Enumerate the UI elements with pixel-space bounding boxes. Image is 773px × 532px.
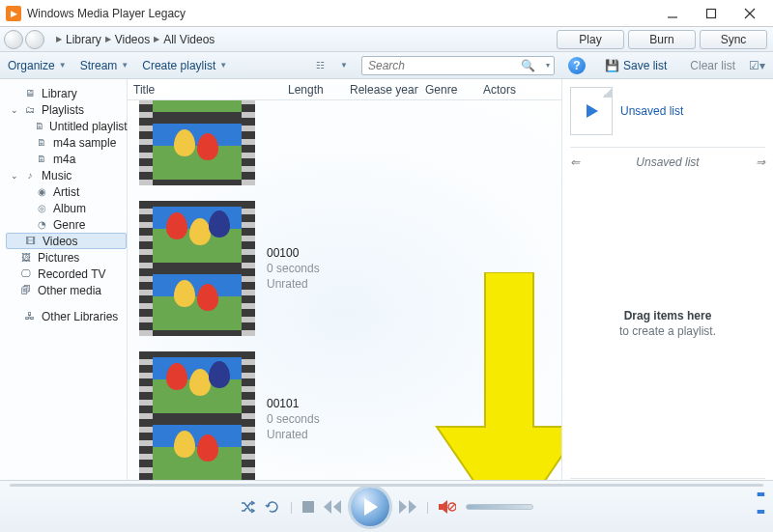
toolbar: Organize▼ Stream▼ Create playlist▼ ☷▼ 🔍 … — [0, 52, 773, 79]
sidebar-music-item[interactable]: ◎Album — [6, 200, 127, 216]
library-icon: 🖥 — [23, 87, 37, 100]
seek-bar[interactable] — [10, 484, 763, 487]
sidebar-item-recorded-tv[interactable]: 🖵Recorded TV — [6, 266, 127, 282]
col-release-year[interactable]: Release year — [350, 83, 425, 97]
view-options-icon[interactable]: ☷ — [313, 59, 327, 72]
playlist-prev-button[interactable]: ⇐ — [570, 155, 580, 169]
genre-icon: ◔ — [35, 218, 48, 232]
breadcrumb[interactable]: ▶ Library ▶ Videos ▶ All Videos — [48, 33, 551, 46]
sidebar-item-other-libraries[interactable]: 🖧Other Libraries — [6, 308, 127, 324]
list-item[interactable]: 00101 0 seconds Unrated — [128, 344, 561, 494]
breadcrumb-item[interactable]: All Videos — [163, 33, 215, 46]
window-title: Windows Media Player Legacy — [27, 7, 653, 20]
sidebar-item-label: Playlists — [42, 103, 84, 117]
main-area: 🖥Library ⌄🗂Playlists 🗎Untitled playlist … — [0, 79, 773, 504]
playlist-next-button[interactable]: ⇒ — [756, 155, 765, 169]
switch-view-button[interactable]: ▪▪▪▪ — [757, 486, 763, 520]
sidebar-item-label: Music — [42, 169, 72, 182]
svg-marker-9 — [364, 498, 378, 516]
chevron-down-icon[interactable]: ▾ — [546, 61, 550, 70]
collapse-icon[interactable]: ⌄ — [10, 171, 18, 181]
sidebar: 🖥Library ⌄🗂Playlists 🗎Untitled playlist … — [0, 79, 128, 504]
breadcrumb-item[interactable]: Videos — [115, 33, 150, 46]
volume-slider[interactable] — [466, 504, 533, 510]
create-playlist-button[interactable]: Create playlist▼ — [142, 59, 227, 72]
sidebar-item-playlists[interactable]: ⌄🗂Playlists — [6, 101, 127, 118]
save-icon: 💾 — [605, 59, 619, 72]
minimize-button[interactable] — [653, 2, 692, 25]
chevron-down-icon: ▼ — [121, 61, 129, 70]
playlist-icon: 🗎 — [35, 136, 48, 150]
clear-list-button[interactable]: Clear list — [690, 59, 735, 72]
sidebar-item-pictures[interactable]: 🖼Pictures — [6, 249, 127, 266]
search-field[interactable] — [366, 58, 511, 73]
chevron-right-icon: ▶ — [154, 35, 159, 43]
list-item[interactable]: 00100 0 seconds Unrated — [128, 193, 561, 344]
sidebar-item-label: m4a — [53, 153, 75, 166]
col-length[interactable]: Length — [288, 83, 350, 97]
svg-marker-7 — [324, 500, 331, 514]
nav-row: ▶ Library ▶ Videos ▶ All Videos Play Bur… — [0, 27, 773, 52]
save-list-button[interactable]: 💾Save list — [605, 59, 667, 72]
sidebar-playlist-item[interactable]: 🗎m4a sample — [6, 134, 127, 151]
pictures-icon: 🖼 — [19, 251, 33, 265]
col-genre[interactable]: Genre — [425, 83, 483, 97]
playlist-title-link[interactable]: Unsaved list — [620, 104, 683, 118]
playlists-icon: 🗂 — [23, 103, 37, 117]
breadcrumb-item[interactable]: Library — [66, 33, 101, 46]
stop-button[interactable] — [302, 501, 314, 513]
sidebar-item-library[interactable]: 🖥Library — [6, 85, 127, 101]
search-icon[interactable]: 🔍 — [521, 59, 535, 72]
svg-line-14 — [449, 504, 455, 510]
music-icon: ♪ — [23, 169, 37, 182]
sidebar-item-other-media[interactable]: 🗐Other media — [6, 282, 127, 298]
album-icon: ◎ — [35, 202, 48, 215]
svg-marker-5 — [587, 104, 598, 118]
repeat-button[interactable] — [265, 499, 280, 515]
playlist-drop-area[interactable]: Drag items here to create a playlist. — [570, 169, 765, 478]
previous-button[interactable] — [324, 500, 341, 514]
search-input[interactable]: 🔍 ▾ — [361, 56, 555, 75]
tab-burn[interactable]: Burn — [628, 30, 696, 49]
help-button[interactable]: ? — [568, 57, 586, 74]
pane-options-icon[interactable]: ☑▾ — [749, 59, 765, 72]
next-button[interactable] — [399, 500, 416, 514]
sidebar-playlist-item[interactable]: 🗎Untitled playlist — [6, 118, 127, 134]
chevron-down-icon: ▼ — [59, 61, 67, 70]
col-actors[interactable]: Actors — [483, 83, 541, 97]
chevron-down-icon: ▼ — [340, 61, 348, 70]
close-button[interactable] — [730, 2, 769, 25]
sidebar-item-label: Genre — [53, 218, 85, 232]
svg-rect-1 — [707, 9, 716, 17]
videos-icon: 🎞 — [24, 235, 38, 248]
sidebar-music-item[interactable]: ◉Artist — [6, 183, 127, 200]
sidebar-music-item[interactable]: ◔Genre — [6, 216, 127, 233]
tab-sync[interactable]: Sync — [700, 30, 767, 49]
maximize-button[interactable] — [692, 2, 730, 25]
mute-button[interactable] — [439, 500, 456, 514]
svg-marker-10 — [399, 500, 407, 514]
stream-button[interactable]: Stream▼ — [80, 59, 129, 72]
playlist-hint-bold: Drag items here — [624, 309, 712, 322]
chevron-right-icon: ▶ — [56, 35, 62, 43]
nav-forward-button[interactable] — [25, 30, 44, 49]
sidebar-item-music[interactable]: ⌄♪Music — [6, 167, 127, 183]
list-item[interactable] — [128, 100, 561, 193]
nav-back-button[interactable] — [4, 30, 23, 49]
sidebar-item-videos[interactable]: 🎞Videos — [6, 233, 127, 249]
tv-icon: 🖵 — [19, 267, 33, 281]
chevron-down-icon: ▼ — [219, 61, 227, 70]
sidebar-item-label: Other media — [38, 284, 101, 297]
collapse-icon[interactable]: ⌄ — [10, 105, 18, 115]
col-title[interactable]: Title — [133, 83, 288, 97]
organize-button[interactable]: Organize▼ — [8, 59, 67, 72]
shuffle-button[interactable] — [240, 499, 255, 515]
svg-marker-8 — [333, 500, 341, 514]
sidebar-playlist-item[interactable]: 🗎m4a — [6, 151, 127, 167]
svg-marker-12 — [439, 500, 447, 514]
play-button[interactable] — [351, 488, 389, 526]
video-name: 00101 — [267, 397, 320, 410]
video-thumbnail — [139, 201, 255, 336]
sidebar-item-label: Album — [53, 202, 86, 215]
tab-play[interactable]: Play — [557, 30, 624, 49]
